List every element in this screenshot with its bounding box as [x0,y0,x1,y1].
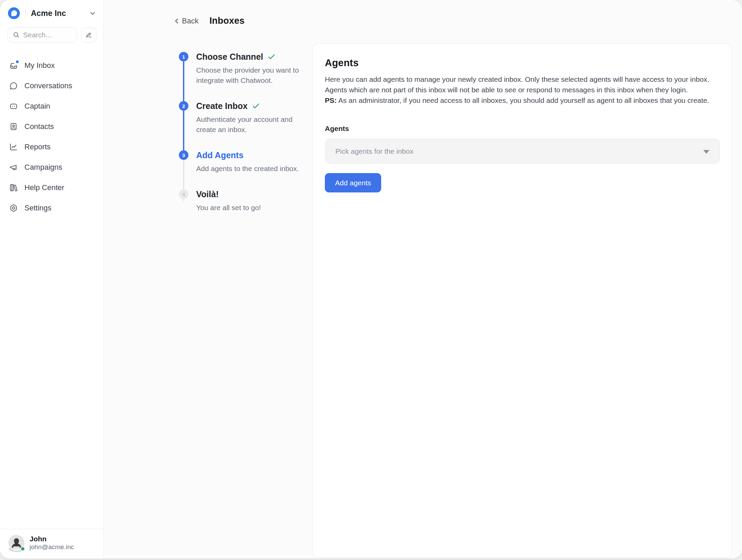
step-number-badge: 3 [179,150,188,160]
sidebar-item-label: Campaigns [24,163,62,172]
step-title: Choose Channel [196,52,263,62]
chevron-left-icon [173,17,181,25]
online-status-dot [20,546,25,551]
unread-badge-dot [15,60,19,64]
add-agents-button[interactable]: Add agents [325,173,381,192]
page-header: Back Inboxes [173,16,244,26]
user-menu[interactable]: John john@acme.inc [0,529,103,559]
captain-bot-icon [9,102,18,111]
library-books-icon [9,183,18,192]
step-description: You are all set to go! [196,203,305,213]
step-title: Add Agents [196,150,243,160]
pencil-icon [85,31,92,38]
contact-card-icon [9,122,18,131]
app-screenshot: Acme Inc Search... [0,0,742,560]
chatwoot-logo-icon [7,7,20,20]
panel-description-text: Here you can add agents to manage your n… [325,75,709,94]
sidebar-item-my-inbox[interactable]: My Inbox [0,55,103,76]
sidebar-item-label: Captain [24,102,50,111]
step-number-badge: 4 [179,189,188,199]
caret-down-icon [703,150,709,154]
step-number-badge: 1 [179,52,188,61]
main-content: Back Inboxes 1 Choose Channel Choose the… [104,0,742,559]
search-row: Search... [0,23,103,47]
agents-select-placeholder: Pick agents for the inbox [335,147,413,155]
sidebar-item-label: Reports [24,143,51,151]
add-agents-panel: Agents Here you can add agents to manage… [312,43,731,558]
compose-button[interactable] [81,27,96,42]
user-email: john@acme.inc [30,543,74,551]
check-icon [252,101,260,110]
wizard-step-voila: 4 Voilà! You are all set to go! [179,188,301,213]
sidebar-item-help-center[interactable]: Help Center [0,178,103,198]
avatar [8,535,24,551]
sidebar-item-contacts[interactable]: Contacts [0,116,103,137]
page-title: Inboxes [209,16,244,26]
divider [25,9,26,17]
panel-description: Here you can add agents to manage your n… [325,74,720,106]
wizard-step-add-agents: 3 Add Agents Add agents to the created i… [179,149,301,174]
chevron-down-icon [89,10,96,17]
sidebar-item-label: Help Center [24,183,64,192]
sidebar-nav: My Inbox Conversations Captain Contacts [0,47,103,218]
search-input[interactable]: Search... [7,27,77,42]
chat-bubble-icon [9,81,18,90]
step-description: Add agents to the created inbox. [196,164,305,174]
wizard-step-create-inbox: 2 Create Inbox Authenticate your account… [179,100,301,135]
agents-field-label: Agents [325,125,720,133]
workspace-name: Acme Inc [31,9,89,18]
sidebar-item-reports[interactable]: Reports [0,137,103,157]
sidebar-item-settings[interactable]: Settings [0,198,103,218]
megaphone-icon [9,163,18,172]
panel-title: Agents [325,57,720,69]
wizard-steps: 1 Choose Channel Choose the provider you… [179,51,301,227]
sidebar-item-label: Settings [24,204,52,212]
step-connector [183,61,184,102]
sidebar-item-label: Contacts [24,122,54,131]
back-button[interactable]: Back [173,17,199,25]
check-icon [267,52,276,61]
sidebar-item-label: My Inbox [24,61,55,70]
step-number-badge: 2 [179,101,188,111]
search-icon [13,31,20,38]
step-description: Authenticate your account and create an … [196,114,305,135]
step-connector [183,110,184,152]
sidebar-item-label: Conversations [24,81,72,90]
line-chart-icon [9,143,18,151]
settings-gear-icon [9,204,18,212]
user-name: John [30,535,74,543]
step-title: Voilà! [196,189,219,199]
ps-label: PS: [325,96,337,104]
step-title: Create Inbox [196,101,247,111]
sidebar-item-conversations[interactable]: Conversations [0,76,103,96]
app-window: Acme Inc Search... [0,0,742,559]
workspace-switcher[interactable]: Acme Inc [0,0,103,23]
back-label: Back [182,17,199,25]
sidebar: Acme Inc Search... [0,0,104,559]
sidebar-item-captain[interactable]: Captain [0,96,103,116]
inbox-icon [9,61,18,70]
ps-text: As an administrator, if you need access … [337,96,709,104]
sidebar-item-campaigns[interactable]: Campaigns [0,157,103,178]
agents-multiselect[interactable]: Pick agents for the inbox [325,139,720,164]
search-placeholder: Search... [23,31,52,39]
step-description: Choose the provider you want to integrat… [196,65,305,86]
wizard-step-choose-channel: 1 Choose Channel Choose the provider you… [179,51,301,86]
